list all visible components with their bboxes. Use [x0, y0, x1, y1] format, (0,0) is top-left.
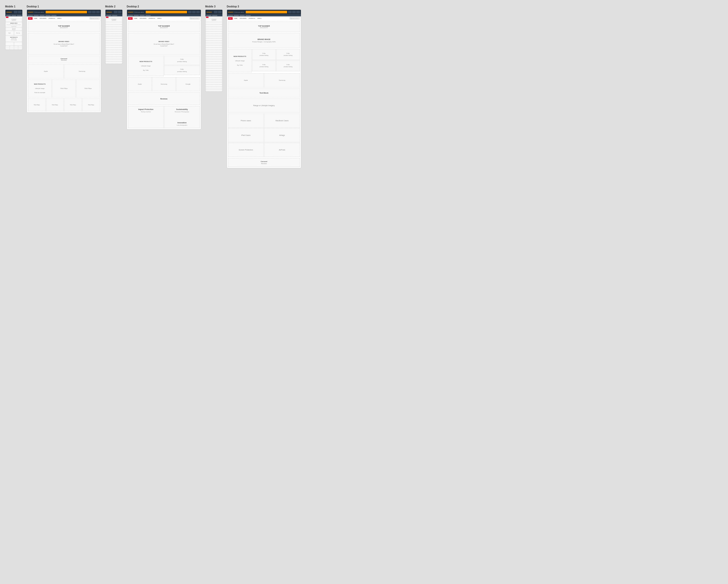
m2-rows — [105, 22, 122, 64]
d2-sustainability: Sustainability Recouver Photography Inno… — [164, 106, 200, 128]
d2-nav-2 — [134, 15, 139, 16]
d1-header-search[interactable] — [46, 11, 87, 13]
d3-brand-logo: fnce — [228, 17, 233, 20]
m3-brand-header — [206, 17, 223, 19]
m2-row-3 — [106, 27, 122, 29]
m3-row-19 — [206, 64, 222, 66]
nav-item-1 — [6, 15, 11, 16]
d1-top-banner-size: 3000x600PX — [60, 27, 68, 28]
nav-item-3 — [17, 15, 22, 16]
m1-brand-video: BRAND VIDEO Do we have a Recent Brand Vi… — [6, 22, 22, 27]
d3-new-products-row: NEW PRODUCTS Lifestyle Image Eg. Folio F… — [228, 49, 300, 72]
m3-content-rows — [206, 22, 223, 91]
d1-brand-video-title: BRAND VIDEO — [58, 41, 69, 42]
d1-nav-home[interactable]: HOME — [33, 18, 38, 19]
d1-nav-more[interactable]: MORE ▾ — [57, 18, 62, 19]
m3-row-11 — [206, 45, 222, 48]
m2-row-4 — [106, 29, 122, 31]
m3-row-2 — [206, 25, 222, 27]
d2-nav-exclusives[interactable]: EXCLUSIVES — [139, 18, 147, 19]
d2-nav-more[interactable]: MORE ▾ — [157, 18, 162, 19]
mobile-top-banner: TOP BANNER3000x600PX — [6, 19, 22, 22]
d3-header-icons — [288, 11, 300, 13]
m3-amazon-header: amazon — [206, 10, 223, 15]
m3-row-17 — [206, 59, 222, 61]
m2-row-9 — [106, 41, 122, 43]
d2-nav-home[interactable]: HOME — [133, 18, 138, 19]
m3-row-15 — [206, 55, 222, 57]
m3-icon-1 — [214, 11, 217, 13]
d2-brand-video-sub: Do we have a Recent Brand Video? Crystal… — [154, 43, 174, 47]
d2-apple: Apple — [128, 77, 152, 91]
d1-brand-grid: Apple Samsung — [28, 64, 100, 79]
d1-nav-2 — [34, 15, 39, 16]
d3-brand-nav-links: HOME EXCLUSIVES IPHONE 14 ▾ MORE ▾ — [233, 18, 289, 19]
m3-nav-2 — [212, 15, 217, 16]
m3-row-29 — [206, 87, 222, 89]
d3-brand-image-sub: Product Ranges + Iconography KSPs — [252, 41, 276, 43]
d3-nav-exclusives[interactable]: EXCLUSIVES — [239, 18, 247, 19]
d1-nav-bar — [27, 15, 101, 17]
m3-row-14 — [206, 52, 222, 54]
m2-row-14 — [106, 52, 122, 54]
desktop-3-section: Desktop 3 amazon ▼ Select your address — [227, 5, 301, 168]
d3-brand-nav: fnce HOME EXCLUSIVES IPHONE 14 ▾ MORE ▾ … — [227, 17, 301, 21]
d3-top-banner-size: 3000x600PX — [260, 27, 268, 28]
d2-folio-1: Folioproduct listing — [164, 56, 200, 65]
d3-carousel: Carousel Reviews — [228, 158, 300, 167]
d3-ipad-cases: iPad Cases — [228, 128, 264, 142]
d2-nav-1 — [128, 15, 133, 16]
d3-nav-iphone[interactable]: IPHONE 14 ▾ — [248, 18, 256, 19]
m3-row-26 — [206, 80, 222, 82]
m3-row-3 — [206, 27, 222, 29]
d3-header-search[interactable] — [246, 11, 287, 13]
d1-nav-3 — [40, 15, 45, 16]
d2-brand-nav-links: HOME EXCLUSIVES IPHONE 14 ▾ MORE ▾ — [133, 18, 189, 19]
desktop-2-section: Desktop 2 amazon ▼ Select your address — [127, 5, 201, 130]
header-icons — [14, 11, 22, 13]
d2-brand-search[interactable]: 🔍 Search all sect — [189, 17, 200, 20]
d3-brand-row: Apple Samsung — [228, 73, 300, 87]
m1-samsung: Samsung — [14, 31, 22, 35]
m1-product-row: 750x750px 750x750px 750x750px 750x750px — [6, 46, 22, 50]
d3-nav-more[interactable]: MORE ▾ — [257, 18, 262, 19]
d2-google: Google — [176, 77, 200, 91]
d2-brand-video: BRAND VIDEO Do we have a Recent Brand Vi… — [128, 33, 200, 55]
m3-nav-bar — [206, 15, 223, 17]
d3-nav-home[interactable]: HOME — [233, 18, 238, 19]
mobile-2-content: amazon TOP BANNER3000x600PX — [105, 9, 123, 64]
d2-header-search[interactable] — [146, 11, 187, 13]
mobile-3-section: Mobile 3 amazon — [205, 5, 223, 92]
m3-row-1 — [206, 22, 222, 24]
mobile-3-frame: amazon TOP BANNER3000x600PX — [205, 9, 223, 92]
d2-nav-iphone[interactable]: IPHONE 14 ▾ — [148, 18, 156, 19]
m1-product-1 — [6, 42, 14, 46]
d3-amazon-logo: amazon — [228, 11, 233, 13]
mobile-3-title: Mobile 3 — [205, 5, 223, 8]
d1-brand-nav: fnce HOME EXCLUSIVES IPHONE 14 ▾ MORE ▾ … — [27, 17, 101, 21]
m3-row-7 — [206, 36, 222, 38]
mobile-1-section: Mobile 1 amazon — [5, 5, 23, 50]
page-layout: Mobile 1 amazon — [5, 5, 723, 168]
d3-brand-search[interactable]: 🔍 Search all sect — [290, 17, 300, 20]
d2-top-banner: TOP BANNER 3000x600PX — [128, 22, 200, 32]
d2-nav-3 — [139, 15, 145, 16]
desktop-1-section: Desktop 1 amazon ▼ Select your address — [27, 5, 101, 113]
d1-brand-search[interactable]: 🔍 Search all sect — [89, 17, 100, 20]
m2-row-5 — [106, 31, 122, 34]
m2-brand-logo — [106, 17, 108, 18]
m2-nav-bar — [105, 15, 122, 17]
mobile-brand-header — [5, 17, 22, 19]
d1-nav-iphone[interactable]: IPHONE 14 ▾ — [48, 18, 56, 19]
d3-nav-2 — [234, 15, 239, 16]
m2-amazon-logo: amazon — [106, 11, 112, 13]
d2-sustain-spacer — [166, 113, 198, 121]
m2-nav-bar-inner — [109, 17, 122, 18]
m3-row-21 — [206, 68, 222, 71]
d2-new-products: NEW PRODUCTS Lifestyle Image Eg. Folio — [128, 56, 164, 76]
d2-amazon-logo: amazon — [128, 11, 133, 13]
d1-brand-video: BRAND VIDEO Do we have a Recent Brand Vi… — [28, 33, 100, 55]
d1-apple-cell: Apple — [28, 64, 63, 79]
d1-nav-exclusives[interactable]: EXCLUSIVES — [39, 18, 47, 19]
m3-row-30 — [206, 89, 222, 91]
